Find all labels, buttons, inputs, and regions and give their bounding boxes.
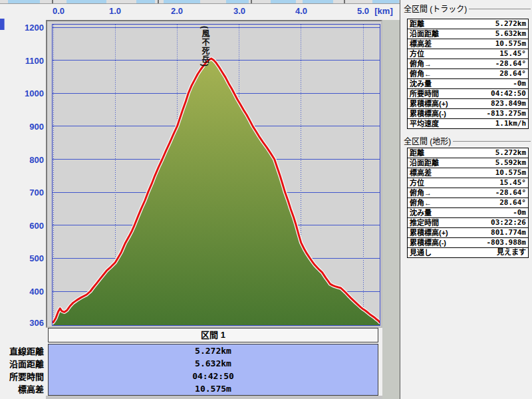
stat-label: 累積標高(-) xyxy=(408,109,486,118)
x-axis-tick: 2.0 xyxy=(164,6,190,15)
segment-summary-panel: 5.272km 5.632km 04:42:50 10.575m xyxy=(48,344,378,396)
y-axis-tick: 400 xyxy=(16,287,44,296)
stat-value: 10.575m xyxy=(495,168,528,178)
table-row: 沈み量-0m xyxy=(408,79,528,89)
toolbar-button-fragment[interactable] xyxy=(66,0,106,3)
stat-value: 5.272km xyxy=(495,148,528,158)
stat-label: 累積標高(-) xyxy=(408,238,486,247)
table-row: 距離5.272km xyxy=(408,19,528,29)
elevation-profile-plot[interactable] xyxy=(52,24,380,326)
stat-value: -813.275m xyxy=(486,109,528,118)
stat-label: 俯角← xyxy=(408,198,499,207)
stat-label: 所要時間 xyxy=(408,89,491,98)
segment-row-label: 標高差 xyxy=(0,384,44,396)
peak-annotation: (風不死岳) xyxy=(200,26,209,99)
table-row: 推定時間03:22:26 xyxy=(408,218,528,228)
table-row: 累積標高(+)823.849m xyxy=(408,99,528,109)
toolbar-button-fragment[interactable] xyxy=(8,0,40,3)
table-row: 標高差10.575m xyxy=(408,39,528,49)
segment-row-label: 沿面距離 xyxy=(0,358,44,370)
stat-value: -803.988m xyxy=(486,238,528,247)
stat-label: 累積標高(+) xyxy=(408,228,491,237)
stat-label: 俯角← xyxy=(408,69,499,78)
stat-value: -28.64° xyxy=(495,188,528,198)
stat-value: 見えます xyxy=(497,248,528,257)
table-row: 沿面距離5.592km xyxy=(408,158,528,168)
table-row: 方位15.45° xyxy=(408,49,528,59)
table-row: 標高差10.575m xyxy=(408,168,528,178)
profile-svg xyxy=(53,25,380,325)
table-row: 平均速度1.1km/h xyxy=(408,119,528,128)
stat-value: 15.45° xyxy=(499,178,528,188)
toolbar-separator xyxy=(158,0,159,3)
stat-value: 5.632km xyxy=(495,29,528,39)
toolbar-button-fragment[interactable] xyxy=(271,0,296,3)
toolbar-button-fragment[interactable] xyxy=(372,0,399,3)
stat-value: 10.575m xyxy=(495,39,528,49)
stat-label: 沿面距離 xyxy=(408,158,495,168)
track-group-title-text: 全区間 (トラック) xyxy=(404,3,469,14)
table-row: 沿面距離5.632km xyxy=(408,29,528,39)
stat-label: 沈み量 xyxy=(408,79,513,88)
info-panel: 全区間 (トラック) 距離5.272km 沿面距離5.632km 標高差10.5… xyxy=(400,0,532,399)
stat-label: 標高差 xyxy=(408,39,495,49)
toolbar-button-fragment[interactable] xyxy=(136,0,155,3)
stat-value: 15.45° xyxy=(499,49,528,59)
terrain-group-title-text: 全区間 (地形) xyxy=(404,135,453,146)
table-row: 俯角←28.64° xyxy=(408,198,528,208)
y-axis-tick: 700 xyxy=(16,188,44,197)
x-axis-tick: 3.0 xyxy=(226,6,253,15)
table-row: 累積標高(+)801.774m xyxy=(408,228,528,238)
x-axis-tick: 0.0 xyxy=(45,6,72,15)
table-row: 距離5.272km xyxy=(408,148,528,158)
y-axis-tick: 1200 xyxy=(16,23,44,32)
table-row: 累積標高(-)-803.988m xyxy=(408,238,528,248)
toolbar-button-fragment[interactable] xyxy=(164,0,200,3)
table-row: 方位15.45° xyxy=(408,178,528,188)
segment-row-label: 直線距離 xyxy=(0,346,44,358)
stat-label: 平均速度 xyxy=(408,119,495,128)
toolbar-separator xyxy=(251,0,252,3)
table-row: 沈み量-0m xyxy=(408,208,528,218)
y-axis-tick: 800 xyxy=(16,155,44,164)
segment-value: 5.632km xyxy=(49,357,378,370)
stat-value: 04:42:50 xyxy=(491,89,528,98)
stat-label: 推定時間 xyxy=(408,218,491,227)
y-axis-tick: 900 xyxy=(16,122,44,131)
stat-label: 距離 xyxy=(408,19,495,29)
segment-row-label: 所要時間 xyxy=(0,371,44,383)
stat-value: 28.64° xyxy=(499,198,528,207)
stat-value: 801.774m xyxy=(491,228,528,237)
y-axis-tick: 1100 xyxy=(16,56,44,65)
stat-label: 沿面距離 xyxy=(408,29,495,39)
stat-value: -0m xyxy=(513,208,528,217)
x-axis-tick: 1.0 xyxy=(102,6,128,15)
toolbar-button-fragment[interactable] xyxy=(303,0,333,3)
stat-value: -0m xyxy=(513,79,528,88)
stat-value: 28.64° xyxy=(499,69,528,78)
table-row: 俯角←28.64° xyxy=(408,69,528,79)
stat-label: 俯角→ xyxy=(408,188,495,198)
stat-value: -28.64° xyxy=(495,59,528,68)
stat-label: 俯角→ xyxy=(408,59,495,68)
track-stats-table: 距離5.272km 沿面距離5.632km 標高差10.575m 方位15.45… xyxy=(407,19,529,129)
terrain-stats-table: 距離5.272km 沿面距離5.592km 標高差10.575m 方位15.45… xyxy=(407,148,529,258)
stat-label: 距離 xyxy=(408,148,495,158)
stat-value: 5.272km xyxy=(495,19,528,29)
stat-label: 標高差 xyxy=(408,168,495,178)
group-title-rule xyxy=(453,141,531,142)
bottom-gap xyxy=(46,396,382,399)
group-title-rule xyxy=(469,9,531,9)
stat-value: 823.849m xyxy=(491,99,528,108)
stat-label: 沈み量 xyxy=(408,208,513,217)
y-axis-tick: 600 xyxy=(16,221,44,230)
y-axis-tick: 306 xyxy=(16,318,44,327)
toolbar-button-fragment[interactable] xyxy=(226,0,249,3)
stat-label: 累積標高(+) xyxy=(408,99,491,108)
stat-value: 1.1km/h xyxy=(495,119,528,128)
stat-label: 方位 xyxy=(408,49,499,59)
table-row: 俯角→-28.64° xyxy=(408,188,528,198)
segment-header: 区間 1 xyxy=(48,328,378,342)
stat-label: 方位 xyxy=(408,178,499,188)
y-axis-tick: 1000 xyxy=(16,88,44,98)
